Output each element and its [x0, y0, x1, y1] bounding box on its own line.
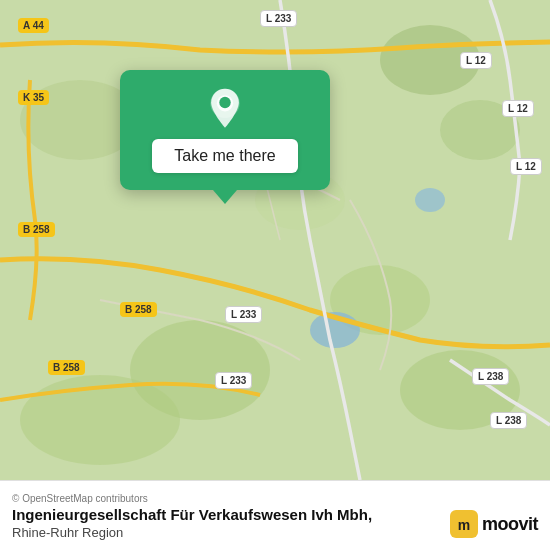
map-attribution: © OpenStreetMap contributors: [12, 493, 538, 504]
svg-point-13: [219, 97, 230, 108]
bottom-bar: © OpenStreetMap contributors Ingenieurge…: [0, 480, 550, 550]
location-pin-icon: [203, 87, 247, 131]
take-me-there-button[interactable]: Take me there: [152, 139, 297, 173]
moovit-logo: m moovit: [450, 510, 538, 538]
svg-text:m: m: [458, 517, 470, 533]
svg-point-10: [415, 188, 445, 212]
location-popup: Take me there: [120, 70, 330, 190]
svg-point-3: [440, 100, 520, 160]
svg-point-2: [380, 25, 480, 95]
map-container: A 44 K 35 B 258 B 258 B 258 L 233 L 233 …: [0, 0, 550, 480]
moovit-brand-text: moovit: [482, 514, 538, 535]
moovit-icon: m: [450, 510, 478, 538]
popup-box: Take me there: [120, 70, 330, 190]
svg-point-7: [400, 350, 520, 430]
